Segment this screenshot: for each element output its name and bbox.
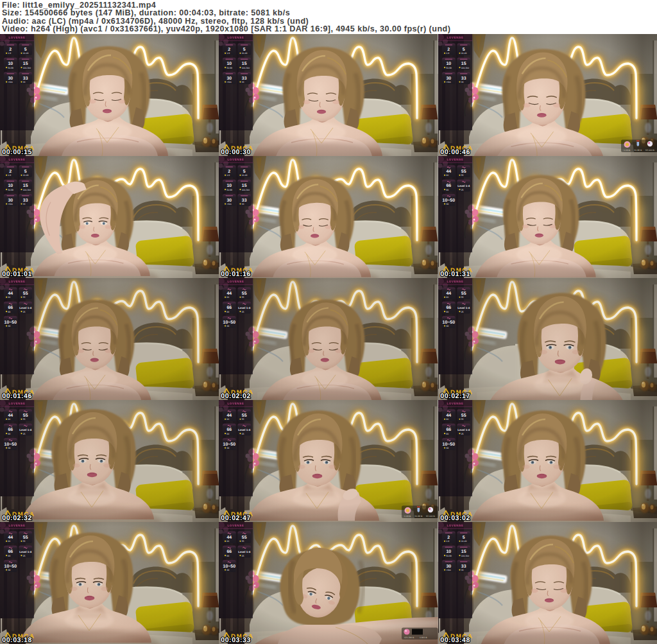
svg-text:55: 55 — [23, 296, 26, 299]
svg-text:38: 38 — [446, 203, 448, 205]
svg-text:2: 2 — [9, 170, 12, 174]
svg-text:38: 38 — [8, 325, 10, 327]
svg-text:55: 55 — [242, 418, 244, 421]
svg-text:38: 38 — [8, 447, 10, 449]
svg-text:10~50: 10~50 — [4, 564, 17, 569]
svg-text:25: 25 — [242, 433, 244, 435]
svg-text:5: 5 — [24, 170, 27, 174]
svg-text:44: 44 — [227, 292, 232, 296]
svg-text:30: 30 — [227, 76, 232, 80]
svg-text:33: 33 — [23, 198, 28, 203]
svg-text:00:01:16: 00:01:16 — [221, 270, 252, 278]
svg-text:2: 2 — [447, 535, 450, 540]
svg-text:66: 66 — [227, 296, 230, 299]
svg-text:10-49: 10-49 — [461, 52, 466, 55]
svg-text:33: 33 — [461, 564, 466, 569]
svg-text:55: 55 — [461, 413, 466, 418]
svg-text:00:02:32: 00:02:32 — [2, 515, 32, 523]
svg-text:44: 44 — [8, 292, 13, 296]
svg-text:66: 66 — [446, 184, 451, 188]
svg-text:55: 55 — [461, 418, 463, 421]
svg-text:44: 44 — [446, 413, 451, 418]
svg-text:10: 10 — [227, 62, 232, 66]
svg-text:10-49: 10-49 — [461, 541, 466, 543]
svg-text:25: 25 — [461, 311, 463, 313]
svg-text:66: 66 — [8, 418, 10, 421]
svg-text:55: 55 — [461, 292, 466, 296]
svg-text:50-99: 50-99 — [446, 66, 452, 69]
svg-text:66: 66 — [446, 306, 451, 310]
svg-text:33: 33 — [242, 81, 244, 83]
svg-text:00:02:02: 00:02:02 — [221, 392, 252, 400]
svg-text:25: 25 — [23, 433, 26, 435]
svg-text:2: 2 — [9, 48, 12, 52]
svg-text:10~50: 10~50 — [442, 320, 455, 325]
svg-text:50-99: 50-99 — [8, 66, 13, 69]
svg-text:55: 55 — [23, 418, 26, 421]
svg-text:10-49: 10-49 — [242, 52, 248, 55]
svg-text:100-300: 100-300 — [242, 66, 250, 69]
svg-text:Level 1-4: Level 1-4 — [19, 551, 31, 554]
svg-text:2: 2 — [447, 48, 450, 52]
svg-text:33: 33 — [242, 203, 244, 205]
svg-text:55: 55 — [23, 413, 28, 418]
svg-text:10~50: 10~50 — [223, 320, 236, 325]
svg-text:00:03:02: 00:03:02 — [440, 515, 470, 523]
svg-text:33: 33 — [23, 203, 26, 205]
svg-text:38: 38 — [227, 447, 230, 449]
svg-text:2: 2 — [228, 48, 231, 52]
svg-text:1-9: 1-9 — [446, 541, 449, 543]
svg-text:10: 10 — [8, 184, 13, 188]
svg-text:>301: >301 — [446, 569, 451, 571]
svg-text:5: 5 — [462, 535, 465, 540]
svg-text:5: 5 — [24, 48, 27, 52]
svg-text:66: 66 — [446, 418, 448, 421]
svg-text:55: 55 — [242, 541, 244, 543]
svg-text:66: 66 — [227, 428, 232, 433]
svg-text:10~50: 10~50 — [442, 442, 455, 447]
svg-text:100-300: 100-300 — [461, 66, 469, 69]
svg-text:100-300: 100-300 — [461, 555, 469, 557]
svg-text:66: 66 — [227, 541, 230, 543]
svg-text:50-99: 50-99 — [8, 188, 13, 191]
svg-text:>301: >301 — [227, 203, 232, 205]
svg-text:99: 99 — [446, 433, 448, 435]
svg-text:55: 55 — [461, 296, 463, 299]
svg-text:55: 55 — [242, 296, 244, 299]
svg-text:15: 15 — [23, 184, 28, 188]
svg-text:30: 30 — [8, 76, 13, 80]
svg-text:38: 38 — [446, 447, 448, 449]
svg-text:1-9: 1-9 — [227, 174, 230, 177]
svg-text:25: 25 — [23, 555, 26, 557]
svg-text:10~50: 10~50 — [442, 198, 455, 203]
svg-text:50-99: 50-99 — [227, 66, 233, 69]
svg-text:15: 15 — [461, 550, 466, 555]
svg-text:33: 33 — [242, 198, 247, 203]
svg-text:55: 55 — [461, 174, 463, 177]
svg-text:55: 55 — [242, 292, 247, 296]
svg-text:00:00:30: 00:00:30 — [221, 148, 252, 156]
svg-text:00:00:15: 00:00:15 — [2, 148, 32, 156]
svg-text:44: 44 — [446, 292, 451, 296]
svg-text:30: 30 — [446, 564, 451, 569]
svg-text:100-300: 100-300 — [23, 66, 31, 69]
svg-text:00:01:01: 00:01:01 — [2, 270, 32, 278]
svg-text:66: 66 — [446, 428, 451, 433]
svg-text:Level 1-4: Level 1-4 — [19, 306, 31, 309]
svg-text:99: 99 — [446, 188, 448, 191]
svg-text:33: 33 — [461, 76, 466, 80]
svg-text:>301: >301 — [446, 81, 451, 83]
svg-text:10: 10 — [446, 550, 451, 555]
svg-text:33: 33 — [461, 569, 463, 571]
svg-text:50-99: 50-99 — [227, 188, 233, 191]
svg-text:Level 1-4: Level 1-4 — [19, 429, 31, 432]
svg-text:38: 38 — [227, 325, 230, 327]
svg-text:66: 66 — [8, 428, 13, 433]
svg-text:10-49: 10-49 — [23, 174, 29, 177]
svg-text:99: 99 — [8, 433, 10, 435]
svg-text:44: 44 — [8, 535, 13, 540]
svg-text:30: 30 — [8, 198, 13, 203]
svg-text:Level 1-4: Level 1-4 — [457, 429, 470, 432]
svg-text:1-9: 1-9 — [8, 52, 11, 55]
svg-text:5: 5 — [243, 48, 246, 52]
